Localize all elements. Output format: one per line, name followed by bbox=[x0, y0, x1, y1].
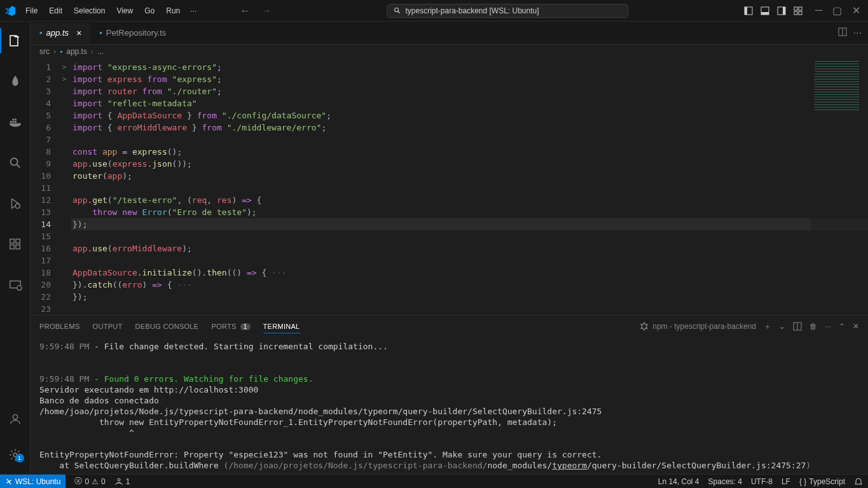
status-remote[interactable]: WSL: Ubuntu bbox=[0, 475, 65, 489]
status-cursor[interactable]: Ln 14, Col 4 bbox=[658, 477, 699, 486]
line-numbers: 123456789101112131415161718202223 bbox=[31, 59, 62, 315]
status-indentation[interactable]: Spaces: 4 bbox=[708, 477, 742, 486]
terminal-output[interactable]: 9:59:48 PM - File change detected. Start… bbox=[31, 337, 868, 474]
svg-rect-20 bbox=[10, 239, 13, 243]
menu-bar: FileEditSelectionViewGoRun bbox=[20, 4, 185, 18]
status-bar: WSL: Ubuntu ⓧ0 ⚠0 1 Ln 14, Col 4 Spaces:… bbox=[0, 474, 868, 488]
svg-line-18 bbox=[17, 165, 20, 168]
svg-rect-13 bbox=[12, 121, 14, 123]
svg-rect-10 bbox=[794, 11, 797, 15]
svg-point-25 bbox=[17, 286, 21, 290]
svg-rect-7 bbox=[783, 7, 785, 15]
activity-accounts[interactable] bbox=[0, 408, 31, 431]
activity-explorer[interactable] bbox=[0, 28, 31, 53]
code-editor[interactable]: 123456789101112131415161718202223 >> imp… bbox=[31, 59, 868, 315]
layout-sidebar-left-icon[interactable] bbox=[744, 6, 753, 15]
svg-rect-16 bbox=[15, 119, 17, 121]
command-center[interactable]: typescript-para-backend [WSL: Ubuntu] bbox=[387, 4, 628, 18]
new-terminal-icon[interactable]: ＋ bbox=[764, 321, 771, 332]
nav-forward-icon[interactable]: → bbox=[261, 5, 272, 17]
menu-go[interactable]: Go bbox=[139, 4, 160, 18]
svg-rect-11 bbox=[799, 11, 802, 15]
layout-sidebar-right-icon[interactable] bbox=[777, 6, 786, 15]
split-terminal-icon[interactable] bbox=[793, 322, 802, 331]
split-editor-icon[interactable] bbox=[838, 27, 847, 39]
breadcrumb-symbol[interactable]: ... bbox=[97, 47, 104, 56]
editor-tabs: ▪app.ts×▪PetRepository.ts ··· bbox=[31, 22, 868, 45]
title-bar: FileEditSelectionViewGoRun ··· ← → types… bbox=[0, 0, 868, 22]
panel-close-icon[interactable]: ✕ bbox=[853, 322, 859, 331]
svg-rect-22 bbox=[15, 245, 19, 249]
svg-rect-3 bbox=[745, 7, 747, 15]
window-maximize-icon[interactable]: ▢ bbox=[832, 4, 842, 17]
activity-search[interactable] bbox=[0, 150, 31, 176]
activity-extensions[interactable] bbox=[0, 232, 31, 257]
svg-rect-5 bbox=[761, 12, 769, 15]
panel-tab-debug-console[interactable]: DEBUG CONSOLE bbox=[135, 320, 199, 333]
svg-point-0 bbox=[395, 8, 399, 11]
kill-terminal-icon[interactable]: 🗑 bbox=[809, 322, 817, 331]
ts-file-icon: ▪ bbox=[39, 28, 43, 38]
svg-rect-14 bbox=[15, 121, 17, 123]
layout-panel-icon[interactable] bbox=[761, 6, 769, 15]
svg-point-26 bbox=[13, 415, 17, 419]
panel-tab-output[interactable]: OUTPUT bbox=[93, 320, 123, 333]
tab-app-ts[interactable]: ▪app.ts× bbox=[31, 23, 90, 43]
panel-tabs: PROBLEMSOUTPUTDEBUG CONSOLEPORTS1TERMINA… bbox=[31, 316, 868, 337]
svg-rect-9 bbox=[799, 7, 802, 10]
close-tab-icon[interactable]: × bbox=[76, 28, 81, 38]
panel: PROBLEMSOUTPUTDEBUG CONSOLEPORTS1TERMINA… bbox=[31, 315, 868, 474]
breadcrumb-folder[interactable]: src bbox=[39, 47, 50, 56]
more-actions-icon[interactable]: ··· bbox=[853, 27, 862, 39]
svg-line-1 bbox=[398, 11, 400, 13]
svg-rect-21 bbox=[10, 245, 13, 249]
status-language[interactable]: { } TypeScript bbox=[799, 477, 845, 486]
status-encoding[interactable]: UTF-8 bbox=[751, 477, 773, 486]
svg-point-32 bbox=[118, 478, 120, 481]
breadcrumb-file[interactable]: app.ts bbox=[66, 47, 87, 56]
activity-mongodb-icon[interactable] bbox=[0, 69, 31, 94]
window-close-icon[interactable]: ✕ bbox=[852, 4, 860, 17]
activity-run-debug[interactable] bbox=[0, 191, 31, 216]
panel-tab-ports[interactable]: PORTS1 bbox=[211, 320, 250, 333]
fold-column[interactable]: >> bbox=[62, 59, 71, 315]
layout-customize-icon[interactable] bbox=[794, 6, 803, 15]
panel-more-icon[interactable]: ··· bbox=[825, 322, 831, 331]
ts-file-icon: ▪ bbox=[60, 47, 62, 56]
status-ports[interactable]: 1 bbox=[114, 477, 130, 486]
terminal-task-label[interactable]: npm - typescript-para-backend bbox=[640, 322, 756, 331]
svg-rect-8 bbox=[794, 7, 797, 10]
activity-docker-icon[interactable] bbox=[0, 109, 31, 135]
activity-bar: 1 bbox=[0, 22, 31, 474]
svg-point-17 bbox=[10, 158, 17, 165]
status-eol[interactable]: LF bbox=[782, 477, 790, 486]
panel-tab-terminal[interactable]: TERMINAL bbox=[263, 320, 300, 333]
menu-selection[interactable]: Selection bbox=[69, 4, 110, 18]
tab-PetRepository-ts[interactable]: ▪PetRepository.ts bbox=[90, 23, 175, 43]
svg-rect-23 bbox=[15, 239, 19, 243]
manage-badge: 1 bbox=[15, 454, 24, 463]
activity-manage[interactable]: 1 bbox=[0, 443, 31, 466]
vscode-logo-icon bbox=[0, 6, 20, 16]
breadcrumb[interactable]: src › ▪ app.ts › ... bbox=[31, 45, 868, 59]
panel-tab-problems[interactable]: PROBLEMS bbox=[39, 320, 80, 333]
panel-maximize-icon[interactable]: ⌃ bbox=[839, 322, 845, 331]
svg-point-19 bbox=[15, 204, 20, 208]
nav-back-icon[interactable]: ← bbox=[240, 5, 250, 17]
activity-remote-explorer[interactable] bbox=[0, 272, 31, 298]
menu-run[interactable]: Run bbox=[161, 4, 185, 18]
ts-file-icon: ▪ bbox=[99, 28, 102, 38]
search-text: typescript-para-backend [WSL: Ubuntu] bbox=[405, 6, 539, 15]
menu-file[interactable]: File bbox=[20, 4, 43, 18]
svg-rect-15 bbox=[12, 119, 14, 121]
code-content[interactable]: import "express-async-errors";import exp… bbox=[71, 59, 868, 315]
svg-rect-12 bbox=[10, 121, 11, 123]
minimap[interactable] bbox=[811, 59, 868, 315]
status-problems[interactable]: ⓧ0 ⚠0 bbox=[74, 476, 105, 487]
menu-more[interactable]: ··· bbox=[185, 4, 202, 18]
menu-view[interactable]: View bbox=[111, 4, 138, 18]
window-minimize-icon[interactable]: ─ bbox=[815, 4, 822, 17]
status-notifications-icon[interactable] bbox=[854, 477, 863, 486]
terminal-dropdown-icon[interactable]: ⌄ bbox=[779, 322, 785, 331]
menu-edit[interactable]: Edit bbox=[44, 4, 67, 18]
